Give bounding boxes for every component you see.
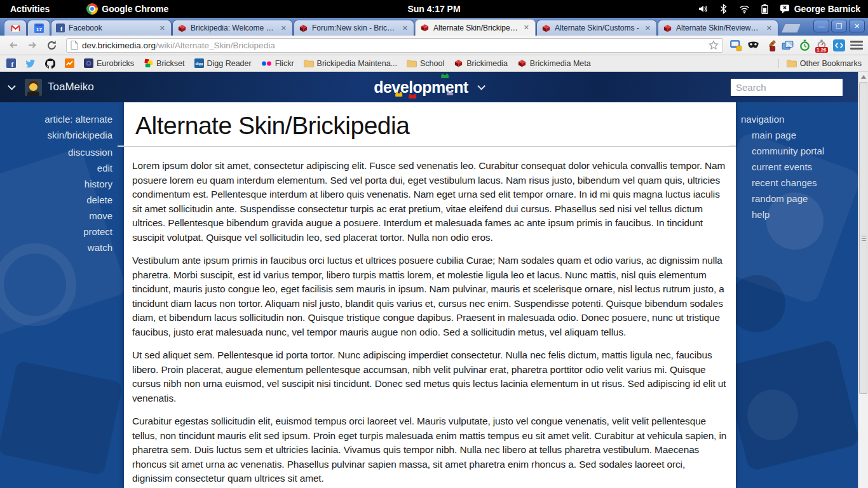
other-bookmarks-folder[interactable]: Other Bookmarks <box>778 59 862 68</box>
tab-alternate-skin-reviews[interactable]: Alternate Skin/Reviews - E ✕ <box>658 20 778 36</box>
activities-button[interactable]: Activities <box>0 4 60 14</box>
bookmark-analytics[interactable] <box>65 58 74 68</box>
bookmark-brickimedia-meta[interactable]: Brickimedia Meta <box>517 58 591 68</box>
tab-close-icon[interactable]: ✕ <box>522 24 531 32</box>
tab-close-icon[interactable]: ✕ <box>765 24 773 32</box>
bookmark-github[interactable] <box>45 58 55 69</box>
logo-brick-green <box>441 75 449 78</box>
pagespeed-extension-icon[interactable]: 1.26 <box>815 39 828 51</box>
tab-close-icon[interactable]: ✕ <box>158 24 166 32</box>
volume-icon[interactable] <box>698 4 708 14</box>
tab-brickipedia-welcome[interactable]: Brickipedia: Welcome to B ✕ <box>172 20 293 36</box>
pinned-tab-gmail[interactable] <box>4 20 27 36</box>
forward-button[interactable] <box>24 40 41 50</box>
close-button[interactable]: ✕ <box>849 20 865 32</box>
pinned-tab-calendar[interactable]: 17 <box>27 20 50 36</box>
scrollbar[interactable] <box>858 72 868 488</box>
page-icon <box>71 41 78 50</box>
battery-icon[interactable] <box>761 4 768 14</box>
page-title: Alternate Skin/Brickipedia <box>124 102 736 146</box>
tab-close-icon[interactable]: ✕ <box>644 24 652 32</box>
nav-item-recent-changes[interactable]: recent changes <box>741 175 858 191</box>
tab-alternate-skin-brickipedia-active[interactable]: Alternate Skin/Brickipedia ✕ <box>415 19 536 36</box>
wiki-dropdown-chevron-icon[interactable] <box>477 82 485 90</box>
bookmark-twitter[interactable] <box>25 59 36 68</box>
bookmark-digg-reader[interactable]: digg Digg Reader <box>194 58 252 68</box>
bookmark-folder-school[interactable]: School <box>407 59 444 68</box>
restore-button[interactable]: ❐ <box>831 20 847 32</box>
system-tray: George Barnick <box>698 4 860 14</box>
wifi-icon[interactable] <box>739 4 750 14</box>
bookmark-label: Flickr <box>275 59 294 68</box>
user-avatar[interactable] <box>25 79 42 96</box>
paragraph: Curabitur egestas sollicitudin elit, eui… <box>132 414 728 486</box>
sidebar-item-protect[interactable]: protect <box>0 224 112 240</box>
bookmark-flickr[interactable]: Flickr <box>261 59 294 68</box>
reload-button[interactable] <box>43 40 60 51</box>
bookmark-facebook[interactable]: f <box>6 58 16 68</box>
chat-status-icon <box>780 4 790 14</box>
tab-alternate-skin-customs[interactable]: Alternate Skin/Customs - ✕ <box>536 20 657 36</box>
search-input[interactable] <box>731 79 843 96</box>
bookmark-label: School <box>420 59 444 68</box>
paragraph: Ut sed aliquet sem. Pellentesque id port… <box>132 348 728 405</box>
tab-close-icon[interactable]: ✕ <box>280 24 288 32</box>
tab-forum-new-skin[interactable]: Forum:New skin - Brickipe ✕ <box>294 20 414 36</box>
user-menu-chevron-icon[interactable] <box>8 82 16 90</box>
images-extension-icon[interactable] <box>781 39 794 51</box>
menu-button[interactable] <box>850 41 863 50</box>
bookmarks-bar: f Eurobricks Brickset digg Digg Reader F… <box>0 55 868 72</box>
bluetooth-icon[interactable] <box>719 4 728 14</box>
sidebar-item-discussion[interactable]: discussion <box>0 144 112 160</box>
svg-text:17: 17 <box>36 26 42 32</box>
clock[interactable]: Sun 4:17 PM <box>407 4 460 14</box>
mask-extension-icon[interactable] <box>747 39 759 51</box>
logo-brick-red <box>409 95 416 98</box>
scrollbar-thumb[interactable] <box>859 83 867 394</box>
address-bar[interactable]: dev.brickimedia.org/wiki/Alternate_Skin/… <box>66 38 723 53</box>
bookmark-brickimedia[interactable]: Brickimedia <box>454 58 508 68</box>
sidebar-item-edit[interactable]: edit <box>0 160 112 176</box>
nav-item-community-portal[interactable]: community portal <box>741 143 858 159</box>
code-extension-icon[interactable] <box>832 39 845 51</box>
bookmark-folder-brickipedia-maintenance[interactable]: Brickipedia Maintena... <box>304 59 397 68</box>
logo-brick-lavender <box>447 93 453 95</box>
bookmark-label: Digg Reader <box>207 59 252 68</box>
tab-title: Alternate Skin/Reviews - E <box>676 24 761 32</box>
wiki-logo[interactable]: development <box>374 78 484 97</box>
sidebar-item-move[interactable]: move <box>0 208 112 224</box>
nav-item-random-page[interactable]: random page <box>741 191 858 207</box>
tab-facebook[interactable]: f Facebook ✕ <box>51 20 172 36</box>
tab-close-icon[interactable]: ✕ <box>401 24 409 32</box>
user-menu[interactable]: George Barnick <box>780 4 860 14</box>
nav-item-current-events[interactable]: current events <box>741 159 858 175</box>
minimize-button[interactable]: — <box>813 20 829 32</box>
nav-item-main-page[interactable]: main page <box>741 127 858 143</box>
paragraph: Lorem ipsum dolor sit amet, consectetur … <box>132 159 728 245</box>
chrome-icon <box>86 3 98 15</box>
navigation-sidebar: navigation main page community portal cu… <box>736 102 858 488</box>
new-tab-button[interactable] <box>781 24 801 33</box>
colorpicker-extension-icon[interactable] <box>764 39 776 51</box>
scrollbar-up-button[interactable] <box>858 72 868 83</box>
sidebar-item-watch[interactable]: watch <box>0 240 112 255</box>
bookmark-eurobricks[interactable]: Eurobricks <box>84 58 134 68</box>
focused-app-menu[interactable]: Google Chrome <box>86 3 168 15</box>
screenshot-extension-icon[interactable] <box>729 39 742 51</box>
page-tools-sidebar: article: alternate skin/brickipedia disc… <box>0 102 124 488</box>
scrollbar-grip <box>862 236 866 241</box>
bookmark-star-icon[interactable] <box>709 40 719 50</box>
timer-green-extension-icon[interactable] <box>798 39 811 51</box>
bookmark-brickset[interactable]: Brickset <box>144 58 184 68</box>
sidebar-item-article[interactable]: article: alternate skin/brickipedia <box>0 111 112 143</box>
wiki-username[interactable]: ToaMeiko <box>48 81 94 93</box>
sidebar-item-delete[interactable]: delete <box>0 192 112 208</box>
card-edge-dash <box>729 146 736 147</box>
sidebar-item-history[interactable]: history <box>0 176 112 192</box>
bookmark-label: Brickipedia Maintena... <box>317 59 397 68</box>
wiki-body: article: alternate skin/brickipedia disc… <box>0 102 858 488</box>
wiki-header: ToaMeiko development <box>0 72 858 102</box>
back-button[interactable] <box>5 40 22 50</box>
username-label: George Barnick <box>794 4 860 14</box>
nav-item-help[interactable]: help <box>741 207 858 222</box>
